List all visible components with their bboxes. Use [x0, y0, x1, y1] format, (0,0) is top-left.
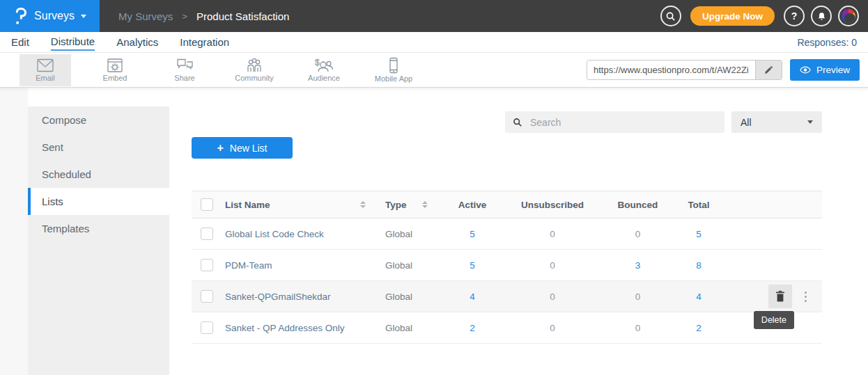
- pencil-icon: [764, 65, 773, 75]
- share-icon: [176, 58, 194, 73]
- bounced-count: 0: [601, 292, 674, 302]
- distribute-toolbar: EmailEmbedShareCommunity$AudienceMobile …: [0, 53, 868, 88]
- row-actions: [723, 250, 822, 280]
- channel-label: Embed: [103, 74, 127, 82]
- responses-count[interactable]: Responses: 0: [797, 37, 857, 48]
- total-count[interactable]: 2: [674, 323, 723, 333]
- active-count[interactable]: 4: [441, 292, 504, 302]
- channel-list: EmailEmbedShareCommunity$AudienceMobile …: [20, 54, 437, 86]
- unsubscribed-count: 0: [504, 229, 601, 239]
- sidebar-item-scheduled[interactable]: Scheduled: [28, 161, 169, 188]
- channel-label: Audience: [308, 74, 340, 82]
- search-button[interactable]: [660, 6, 681, 26]
- sort-type-icon[interactable]: [422, 201, 428, 208]
- bounced-count: 0: [601, 323, 674, 333]
- channel-label: Mobile App: [375, 74, 412, 83]
- channel-label: Email: [36, 74, 55, 82]
- topbar-actions: Upgrade Now ?: [660, 6, 868, 26]
- list-type: Global: [371, 292, 441, 302]
- tab-integration[interactable]: Integration: [180, 35, 229, 50]
- col-total: Total: [674, 200, 723, 210]
- row-checkbox[interactable]: [201, 228, 213, 240]
- list-type-filter[interactable]: All: [731, 111, 822, 133]
- table-header: List Name Type Active Unsubscribed Bounc…: [192, 191, 822, 218]
- survey-nav: EditDistributeAnalyticsIntegration Respo…: [0, 32, 868, 53]
- top-bar: Surveys My Surveys > Product Satisfactio…: [0, 0, 868, 32]
- channel-label: Share: [174, 74, 194, 82]
- filter-value: All: [741, 117, 752, 128]
- list-name-link[interactable]: Global List Code Check: [225, 229, 371, 239]
- total-count[interactable]: 8: [674, 260, 723, 271]
- account-menu-button[interactable]: [838, 6, 859, 26]
- lists-table: List Name Type Active Unsubscribed Bounc…: [192, 191, 822, 344]
- active-count[interactable]: 2: [441, 323, 504, 333]
- channel-share[interactable]: Share: [159, 54, 210, 86]
- sidebar-item-templates[interactable]: Templates: [28, 215, 169, 242]
- toolbar-right: Preview: [587, 59, 868, 81]
- active-count[interactable]: 5: [441, 229, 504, 239]
- tab-analytics[interactable]: Analytics: [116, 35, 158, 50]
- row-actions: [723, 218, 822, 249]
- community-icon: [245, 58, 263, 73]
- row-checkbox[interactable]: [201, 290, 213, 303]
- total-count[interactable]: 5: [674, 229, 723, 239]
- upgrade-now-button[interactable]: Upgrade Now: [690, 6, 775, 26]
- active-count[interactable]: 5: [441, 260, 504, 271]
- table-row: Sanket-QPGmailShekdarGlobal4004Delete: [192, 281, 822, 312]
- search-icon: [665, 11, 676, 22]
- survey-url-input[interactable]: [587, 61, 755, 79]
- sidebar-item-compose[interactable]: Compose: [28, 106, 169, 134]
- unsubscribed-count: 0: [504, 260, 601, 271]
- col-active: Active: [441, 200, 504, 210]
- bounced-count: 0: [601, 229, 674, 239]
- search-input[interactable]: [529, 116, 717, 129]
- edit-url-button[interactable]: [755, 61, 782, 79]
- product-label: Surveys: [34, 10, 75, 22]
- list-name-link[interactable]: PDM-Team: [225, 260, 371, 271]
- unsubscribed-count: 0: [504, 292, 601, 302]
- trash-icon: [775, 290, 786, 303]
- row-checkbox[interactable]: [201, 259, 213, 271]
- col-unsubscribed: Unsubscribed: [504, 200, 601, 210]
- select-all-checkbox[interactable]: [201, 198, 213, 211]
- sidebar-item-sent[interactable]: Sent: [28, 134, 169, 161]
- embed-icon: [107, 58, 123, 73]
- chevron-down-icon: [81, 15, 86, 18]
- channel-email[interactable]: Email: [20, 54, 71, 86]
- new-list-button[interactable]: + New List: [192, 137, 293, 159]
- delete-list-button[interactable]: [768, 285, 792, 308]
- channel-embed[interactable]: Embed: [89, 54, 141, 86]
- channel-audience[interactable]: $Audience: [298, 54, 350, 86]
- row-menu-button[interactable]: [802, 289, 809, 305]
- sidebar-item-lists[interactable]: Lists: [28, 188, 169, 215]
- help-icon: ?: [791, 10, 798, 22]
- list-name-link[interactable]: Sanket - QP Addresses Only: [225, 323, 371, 333]
- row-checkbox[interactable]: [201, 321, 213, 334]
- preview-button[interactable]: Preview: [790, 59, 860, 81]
- nav-tabs: EditDistributeAnalyticsIntegration: [11, 34, 251, 51]
- total-count[interactable]: 4: [674, 292, 723, 302]
- email-sidebar: ComposeSentScheduledListsTemplates: [28, 106, 169, 375]
- tab-distribute[interactable]: Distribute: [51, 34, 95, 51]
- channel-mobile-app[interactable]: Mobile App: [368, 54, 419, 86]
- list-filters: All: [169, 106, 868, 133]
- list-name-link[interactable]: Sanket-QPGmailShekdar: [225, 292, 371, 302]
- delete-tooltip: Delete: [754, 311, 794, 329]
- bounced-count[interactable]: 3: [601, 260, 674, 271]
- list-type: Global: [371, 229, 441, 239]
- product-switcher[interactable]: Surveys: [0, 0, 100, 32]
- breadcrumb-separator: >: [182, 11, 187, 22]
- table-row: Sanket - QP Addresses OnlyGlobal2002: [192, 312, 822, 344]
- help-button[interactable]: ?: [784, 6, 805, 26]
- breadcrumb-my-surveys[interactable]: My Surveys: [118, 10, 173, 22]
- notifications-button[interactable]: [811, 6, 832, 26]
- sort-list-name-icon[interactable]: [360, 201, 366, 208]
- left-gutter: [0, 88, 28, 375]
- tab-edit[interactable]: Edit: [11, 35, 29, 50]
- chevron-down-icon: [807, 120, 813, 124]
- lists-content: All + New List List Name Type Active Uns: [169, 106, 868, 375]
- mobile-app-icon: [388, 57, 399, 74]
- email-icon: [36, 58, 54, 73]
- channel-community[interactable]: Community: [228, 54, 280, 86]
- col-list-name: List Name: [225, 200, 270, 210]
